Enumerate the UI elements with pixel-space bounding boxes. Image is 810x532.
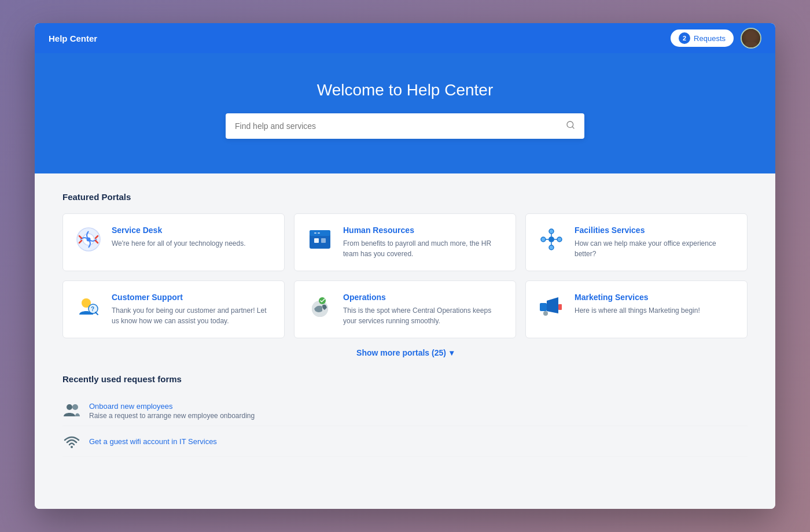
chevron-down-icon: ▾ xyxy=(450,348,454,357)
portal-desc-service-desk: We're here for all of your technology ne… xyxy=(112,238,246,249)
search-input[interactable] xyxy=(235,121,566,131)
svg-point-29 xyxy=(543,311,548,316)
search-bar xyxy=(226,113,584,139)
recent-link-wifi[interactable]: Get a guest wifi account in IT Services xyxy=(89,437,217,446)
featured-portals-title: Featured Portals xyxy=(62,192,748,202)
wifi-icon xyxy=(62,432,81,450)
avatar-body xyxy=(745,42,757,47)
portal-info-facilities: Facilities Services How can we help make… xyxy=(575,226,735,259)
requests-count: 2 xyxy=(679,32,690,44)
svg-rect-27 xyxy=(540,303,547,311)
recent-link-onboard[interactable]: Onboard new employees xyxy=(89,402,255,411)
svg-point-4 xyxy=(87,238,91,242)
svg-point-15 xyxy=(557,237,562,242)
requests-button[interactable]: 2 Requests xyxy=(671,29,734,47)
show-more-label: Show more portals (25) xyxy=(356,348,446,357)
avatar[interactable] xyxy=(741,28,761,49)
portal-desc-marketing: Here is where all things Marketing begin… xyxy=(575,305,700,316)
svg-point-32 xyxy=(71,446,73,448)
recent-item-onboard: Onboard new employees Raise a request to… xyxy=(62,396,748,426)
portal-desc-hr: From benefits to payroll and much more, … xyxy=(343,238,504,259)
portal-name-marketing: Marketing Services xyxy=(575,293,700,302)
portal-info-operations: Operations This is the spot where Centra… xyxy=(343,293,504,326)
svg-point-13 xyxy=(549,245,554,250)
svg-point-30 xyxy=(67,404,72,410)
svg-rect-9 xyxy=(314,232,316,234)
svg-point-14 xyxy=(541,237,546,242)
portal-info-customer-support: Customer Support Thank you for being our… xyxy=(112,293,273,326)
portal-card-marketing[interactable]: Marketing Services Here is where all thi… xyxy=(525,280,748,338)
avatar-head xyxy=(747,32,755,40)
portal-card-service-desk[interactable]: Service Desk We're here for all of your … xyxy=(62,213,285,271)
svg-point-12 xyxy=(549,229,554,234)
help-center-window: Help Center 2 Requests Welcome to Help C… xyxy=(35,23,775,509)
header-actions: 2 Requests xyxy=(671,28,761,49)
hero-section: Welcome to Help Center xyxy=(35,53,775,173)
app-logo: Help Center xyxy=(49,34,97,43)
avatar-image xyxy=(742,29,760,47)
main-content: Featured Portals xyxy=(35,173,775,509)
recent-item-wifi: Get a guest wifi account in IT Services xyxy=(62,426,748,457)
portal-desc-operations: This is the spot where Central Operation… xyxy=(343,305,504,326)
portal-card-hr[interactable]: Human Resources From benefits to payroll… xyxy=(294,213,516,271)
onboard-icon xyxy=(62,401,81,420)
portal-name-customer-support: Customer Support xyxy=(112,293,273,302)
portal-info-service-desk: Service Desk We're here for all of your … xyxy=(112,226,246,249)
portal-card-customer-support[interactable]: ? Customer Support Thank you for being o… xyxy=(62,280,285,338)
portal-name-hr: Human Resources xyxy=(343,226,504,235)
search-icon xyxy=(566,120,575,132)
portal-info-marketing: Marketing Services Here is where all thi… xyxy=(575,293,700,316)
header: Help Center 2 Requests xyxy=(35,23,775,53)
recently-used-section: Recently used request forms Onboard new … xyxy=(62,374,748,457)
hr-icon xyxy=(306,226,334,253)
portal-name-facilities: Facilities Services xyxy=(575,226,735,235)
facilities-icon xyxy=(537,226,565,253)
svg-line-1 xyxy=(572,127,574,128)
svg-rect-10 xyxy=(318,232,320,234)
svg-point-11 xyxy=(548,237,554,242)
svg-rect-28 xyxy=(558,304,562,310)
portal-card-operations[interactable]: Operations This is the spot where Centra… xyxy=(294,280,516,338)
svg-text:?: ? xyxy=(91,306,94,312)
hero-title: Welcome to Help Center xyxy=(317,81,494,99)
svg-rect-8 xyxy=(321,238,326,243)
show-more-button[interactable]: Show more portals (25) ▾ xyxy=(356,348,454,357)
marketing-icon xyxy=(537,293,565,320)
portal-info-hr: Human Resources From benefits to payroll… xyxy=(343,226,504,259)
portal-desc-customer-support: Thank you for being our customer and par… xyxy=(112,305,273,326)
recent-info-onboard: Onboard new employees Raise a request to… xyxy=(89,402,255,420)
portal-grid: Service Desk We're here for all of your … xyxy=(62,213,748,338)
recent-desc-onboard: Raise a request to arrange new employee … xyxy=(89,412,255,420)
portal-name-operations: Operations xyxy=(343,293,504,302)
operations-icon xyxy=(306,293,334,320)
customer-support-icon: ? xyxy=(75,293,102,320)
svg-rect-7 xyxy=(314,238,319,243)
portal-card-facilities[interactable]: Facilities Services How can we help make… xyxy=(525,213,748,271)
recent-info-wifi: Get a guest wifi account in IT Services xyxy=(89,437,217,446)
service-desk-icon xyxy=(75,226,102,253)
svg-point-31 xyxy=(72,404,78,410)
recently-used-title: Recently used request forms xyxy=(62,374,748,384)
show-more-section: Show more portals (25) ▾ xyxy=(62,348,748,358)
portal-desc-facilities: How can we help make your office experie… xyxy=(575,238,735,259)
requests-label: Requests xyxy=(694,34,726,43)
portal-name-service-desk: Service Desk xyxy=(112,226,246,235)
